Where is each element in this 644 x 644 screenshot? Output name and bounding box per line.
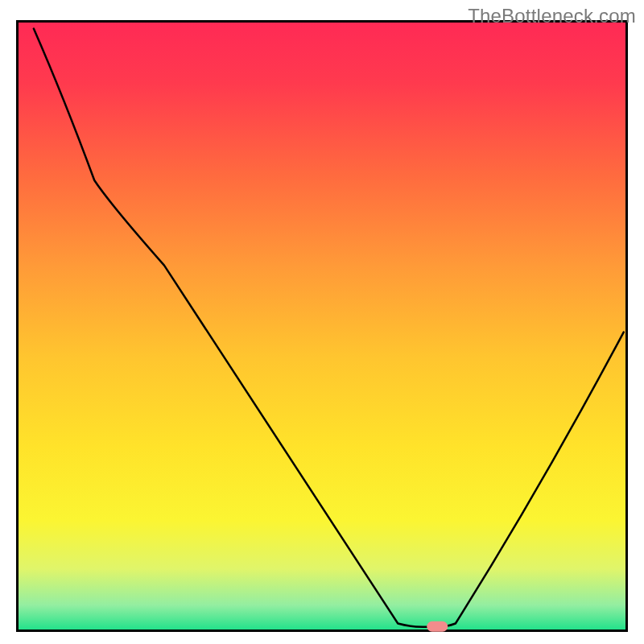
gradient-background: [19, 23, 625, 630]
chart-svg: [0, 0, 644, 644]
optimal-marker: [427, 621, 448, 632]
chart-canvas: TheBottleneck.com: [0, 0, 644, 644]
watermark-label: TheBottleneck.com: [468, 5, 636, 27]
